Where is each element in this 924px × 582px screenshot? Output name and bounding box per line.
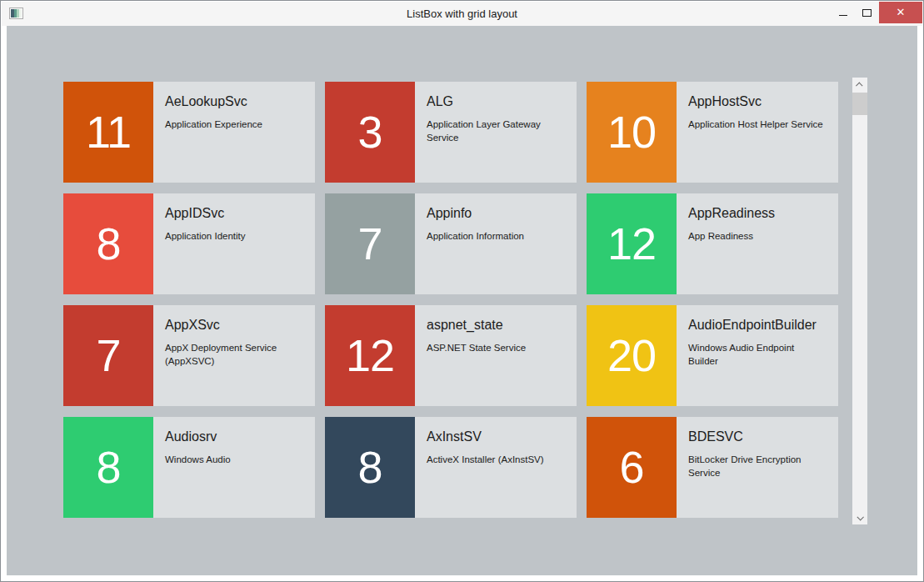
tile-description: BitLocker Drive Encryption Service [688, 453, 827, 479]
tile-description: ActiveX Installer (AxInstSV) [427, 453, 565, 466]
window-controls: ✕ [831, 2, 922, 23]
tile-count: 7 [96, 333, 120, 378]
vertical-scrollbar[interactable] [852, 78, 867, 524]
service-tile[interactable]: 3 ALG Application Layer Gateway Service [325, 82, 577, 183]
tile-count-square: 20 [587, 305, 677, 406]
tile-count-square: 12 [325, 305, 415, 406]
service-tile[interactable]: 7 Appinfo Application Information [325, 193, 577, 294]
tile-description: Windows Audio Endpoint Builder [688, 341, 827, 368]
tile-name: ALG [427, 93, 565, 110]
tile-count: 8 [96, 444, 120, 489]
tile-count: 8 [357, 444, 382, 489]
service-tile[interactable]: 6 BDESVC BitLocker Drive Encryption Serv… [587, 417, 838, 518]
tile-count: 20 [607, 333, 656, 378]
service-tile[interactable]: 20 AudioEndpointBuilder Windows Audio En… [587, 305, 838, 406]
tile-count-square: 8 [63, 417, 153, 518]
tile-description: Windows Audio [165, 453, 303, 466]
tile-count: 6 [619, 444, 643, 489]
service-tile[interactable]: 12 AppReadiness App Readiness [587, 193, 838, 294]
tile-count: 11 [86, 109, 131, 154]
window-title: ListBox with grid layout [2, 2, 922, 26]
tile-description: Application Identity [165, 229, 303, 243]
tile-name: Audiosrv [165, 429, 303, 445]
tile-name: AppIDSvc [165, 205, 303, 222]
tile-name: aspnet_state [427, 317, 565, 334]
tile-count: 12 [346, 333, 394, 378]
tile-count-square: 10 [587, 82, 677, 183]
chevron-up-icon [856, 82, 862, 88]
titlebar[interactable]: ListBox with grid layout ✕ [2, 2, 922, 26]
service-tile[interactable]: 7 AppXSvc AppX Deployment Service (AppXS… [63, 305, 315, 406]
tile-count: 8 [96, 221, 120, 266]
tile-count-square: 7 [325, 193, 415, 294]
tile-description: App Readiness [688, 229, 827, 243]
scrollbar-thumb[interactable] [852, 93, 867, 115]
tile-name: AudioEndpointBuilder [688, 317, 827, 334]
tile-count-square: 8 [325, 417, 415, 518]
service-tile[interactable]: 12 aspnet_state ASP.NET State Service [325, 305, 577, 406]
tile-description: AppX Deployment Service (AppXSVC) [165, 341, 303, 368]
service-tile[interactable]: 11 AeLookupSvc Application Experience [63, 82, 315, 183]
maximize-icon [862, 9, 872, 17]
close-icon: ✕ [897, 7, 906, 18]
maximize-button[interactable] [855, 2, 879, 23]
service-tile[interactable]: 10 AppHostSvc Application Host Helper Se… [587, 82, 838, 183]
tile-name: AppXSvc [165, 317, 303, 334]
tile-name: AppReadiness [688, 205, 827, 222]
tile-description: Application Layer Gateway Service [427, 118, 565, 144]
tile-count: 7 [357, 221, 382, 266]
tile-name: AeLookupSvc [165, 93, 303, 110]
tile-name: Appinfo [427, 205, 565, 222]
tile-count: 12 [607, 221, 656, 266]
service-tile[interactable]: 8 Audiosrv Windows Audio [63, 417, 315, 518]
minimize-icon [839, 15, 847, 16]
tile-count-square: 6 [587, 417, 677, 518]
scroll-up-button[interactable] [852, 78, 867, 92]
tile-count: 3 [357, 109, 382, 154]
tile-name: AppHostSvc [688, 93, 827, 110]
tile-count-square: 7 [63, 305, 153, 406]
close-button[interactable]: ✕ [879, 2, 922, 23]
tile-name: BDESVC [688, 429, 827, 445]
scroll-down-button[interactable] [852, 510, 867, 524]
tile-description: ASP.NET State Service [427, 341, 565, 354]
tile-count: 10 [607, 109, 656, 154]
tile-name: AxInstSV [427, 429, 565, 445]
tile-count-square: 12 [587, 193, 677, 294]
tile-count-square: 11 [63, 82, 153, 183]
app-window: ListBox with grid layout ✕ 11 AeLookupSv… [0, 0, 924, 582]
tile-count-square: 3 [325, 82, 415, 183]
minimize-button[interactable] [831, 2, 855, 23]
service-tile[interactable]: 8 AppIDSvc Application Identity [63, 193, 315, 294]
tile-description: Application Host Helper Service [688, 118, 827, 131]
tile-count-square: 8 [63, 193, 153, 294]
tile-description: Application Experience [165, 118, 303, 131]
chevron-down-icon [857, 514, 863, 520]
service-grid: 11 AeLookupSvc Application Experience 3 … [63, 82, 838, 518]
service-tile[interactable]: 8 AxInstSV ActiveX Installer (AxInstSV) [325, 417, 577, 518]
tile-description: Application Information [427, 229, 565, 243]
